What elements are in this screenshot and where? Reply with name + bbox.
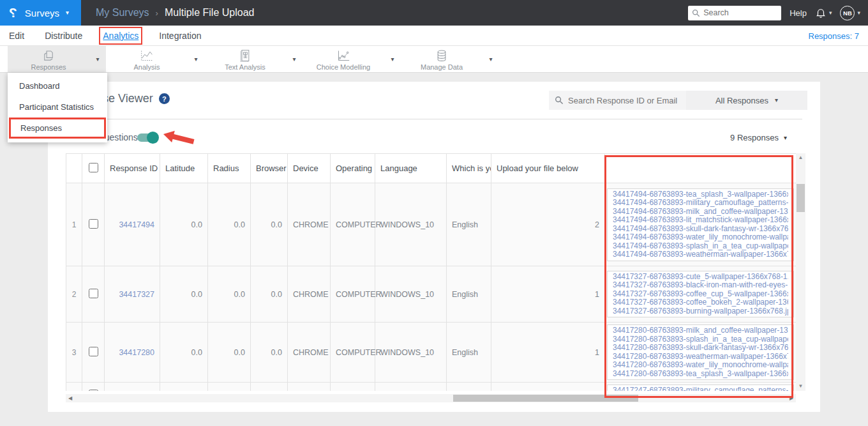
- vertical-scrollbar[interactable]: ▲ ▼: [796, 153, 805, 391]
- toolbar-tab-choice-modelling[interactable]: Choice Modelling▾: [303, 46, 401, 72]
- uploaded-file-link[interactable]: 34417280-68763893-tea_splash_3-wallpaper…: [613, 370, 788, 379]
- uploaded-file-link[interactable]: 34417280-68763893-skull-dark-fantasy-wr-…: [613, 344, 788, 353]
- scroll-down-icon[interactable]: ▼: [796, 382, 805, 391]
- horizontal-scroll-thumb[interactable]: [453, 395, 638, 402]
- select-all-checkbox[interactable]: [89, 163, 98, 172]
- nav-item-edit[interactable]: Edit: [9, 31, 24, 41]
- chevron-down-icon[interactable]: ▾: [286, 56, 303, 63]
- longitude-cell: [160, 383, 208, 392]
- scroll-right-icon[interactable]: ▶: [787, 394, 796, 402]
- row-checkbox[interactable]: [89, 289, 98, 298]
- toolbar-tab-manage-data[interactable]: Manage Data▾: [401, 46, 499, 72]
- menu-item-dashboard[interactable]: Dashboard: [8, 75, 107, 96]
- column-header[interactable]: Which is your favourite comics?: [447, 154, 491, 183]
- chevron-down-icon[interactable]: ▾: [89, 56, 106, 63]
- uploaded-file-link[interactable]: 34417327-68763893-burning-wallpaper-1366…: [613, 307, 788, 316]
- row-number: 2: [66, 266, 82, 323]
- column-header[interactable]: Device: [288, 154, 331, 183]
- browser-cell: [288, 383, 331, 392]
- column-header[interactable]: Latitude: [160, 154, 208, 183]
- uploaded-file-link[interactable]: 34417280-68763893-water_lily_monochrome-…: [613, 361, 788, 370]
- toolbar-tab-analysis[interactable]: Analysis▾: [106, 46, 204, 72]
- uploaded-file-link[interactable]: 34417280-68763893-splash_in_a_tea_cup-wa…: [613, 335, 788, 344]
- column-header[interactable]: Upload your file below: [491, 154, 605, 183]
- nav-item-analytics[interactable]: Analytics: [103, 31, 138, 41]
- uploaded-file-link[interactable]: 34417494-68763893-splash_in_a_tea_cup-wa…: [613, 242, 788, 251]
- column-header[interactable]: Response IDLongitude: [105, 154, 160, 183]
- operating-system-cell: [375, 383, 447, 392]
- uploaded-file-link[interactable]: 34417494-68763893-water_lily_monochrome-…: [613, 233, 788, 242]
- vertical-scroll-thumb[interactable]: [797, 184, 805, 212]
- toolbar-tab-label: Text Analysis: [225, 63, 266, 71]
- row-checkbox[interactable]: [89, 219, 98, 229]
- chevron-down-icon[interactable]: ▾: [483, 56, 499, 63]
- uploaded-file-link[interactable]: 34417280-68763893-weatherman-wallpaper-1…: [613, 353, 788, 361]
- column-header[interactable]: Operating System: [331, 154, 375, 183]
- uploaded-file-link[interactable]: 34417280-68763893-milk_and_coffee-wallpa…: [613, 326, 788, 335]
- response-id-cell: 34417327: [105, 266, 160, 323]
- file-list: 34417494-68763893-tea_splash_3-wallpaper…: [607, 188, 794, 261]
- breadcrumb-my-surveys[interactable]: My Surveys: [96, 7, 149, 19]
- chevron-down-icon[interactable]: ▾: [188, 56, 204, 63]
- nav-item-distribute[interactable]: Distribute: [45, 31, 82, 41]
- column-header[interactable]: [605, 154, 797, 183]
- choice-modelling-icon: [336, 49, 350, 62]
- chevron-down-icon[interactable]: ▾: [384, 56, 401, 63]
- scroll-left-icon[interactable]: ◀: [66, 394, 75, 402]
- breadcrumb-separator-icon: ›: [156, 8, 158, 18]
- uploaded-files-cell: 34417327-68763893-cute_5-wallpaper-1366x…: [605, 266, 797, 323]
- response-id-link[interactable]: 34417280: [119, 348, 154, 357]
- responses-icon: [42, 49, 55, 62]
- table-row: 1344174940.00.00.0CHROMECOMPUTERWINDOWS_…: [66, 183, 797, 266]
- column-header[interactable]: Language: [375, 154, 447, 183]
- search-icon: [692, 9, 700, 17]
- chevron-down-icon: ▾: [784, 135, 787, 141]
- response-filter-dropdown[interactable]: All Responses ▾: [686, 91, 807, 110]
- display-questions-toggle[interactable]: [137, 133, 158, 142]
- toolbar-tab-text-analysis[interactable]: Text Analysis▾: [204, 46, 303, 72]
- help-icon[interactable]: ?: [159, 93, 170, 104]
- uploaded-file-link[interactable]: 34417494-68763893-weatherman-wallpaper-1…: [613, 250, 788, 259]
- product-switcher[interactable]: ? Surveys ▾: [0, 0, 81, 26]
- uploaded-file-link[interactable]: 34417327-68763893-black-iron-man-with-re…: [613, 281, 788, 290]
- response-search-input[interactable]: [549, 91, 686, 110]
- menu-item-responses[interactable]: Responses: [9, 118, 106, 139]
- uploaded-file-link[interactable]: 34417327-68763893-coffee_bokeh_2-wallpap…: [613, 298, 788, 307]
- responses-count[interactable]: Responses: 7: [809, 26, 860, 46]
- uploaded-file-link[interactable]: 34417494-68763893-military_camouflage_pa…: [613, 199, 788, 208]
- row-checkbox[interactable]: [89, 390, 98, 392]
- toolbar-tab-responses[interactable]: Responses▾: [8, 46, 106, 72]
- row-number: 3: [66, 323, 82, 383]
- menu-item-participant-statistics[interactable]: Participant Statistics: [8, 96, 107, 118]
- uploaded-file-link[interactable]: 34417327-68763893-coffee_cup_5-wallpaper…: [613, 290, 788, 299]
- row-checkbox[interactable]: [89, 347, 98, 356]
- search-icon: [555, 96, 564, 105]
- column-header[interactable]: Radius: [208, 154, 251, 183]
- longitude-cell: 0.0: [160, 183, 208, 266]
- nav-item-integration[interactable]: Integration: [159, 31, 201, 41]
- device-cell: COMPUTER: [331, 183, 375, 266]
- longitude-cell: 0.0: [160, 266, 208, 323]
- response-viewer-panel: Response Viewer ? All Responses ▾ Displa…: [48, 82, 820, 412]
- row-select-cell: [82, 266, 105, 323]
- response-id-link[interactable]: 34417494: [119, 220, 154, 229]
- column-header[interactable]: Browser: [251, 154, 288, 183]
- uploaded-file-link[interactable]: 34417494-68763893-skull-dark-fantasy-wr-…: [613, 225, 788, 234]
- global-search-input[interactable]: [688, 6, 781, 20]
- notifications-button[interactable]: ▾: [815, 7, 832, 19]
- uploaded-file-link[interactable]: 34417494-68763893-tea_splash_3-wallpaper…: [613, 190, 788, 199]
- horizontal-scrollbar[interactable]: ◀ ▶: [66, 394, 796, 402]
- help-link[interactable]: Help: [789, 8, 807, 18]
- account-menu[interactable]: NB ▾: [840, 6, 860, 20]
- responses-count-label: 9 Responses: [730, 133, 779, 142]
- row-select-cell: [82, 323, 105, 383]
- uploaded-file-link[interactable]: 34417247-68763893-military_camouflage_pa…: [613, 386, 788, 391]
- scroll-up-icon[interactable]: ▲: [796, 153, 805, 162]
- toolbar-tab-label: Analysis: [134, 63, 160, 71]
- uploaded-file-link[interactable]: 34417494-68763893-milk_and_coffee-wallpa…: [613, 208, 788, 217]
- uploaded-file-link[interactable]: 34417327-68763893-cute_5-wallpaper-1366x…: [613, 273, 788, 282]
- row-number: 1: [66, 183, 82, 266]
- responses-count-dropdown[interactable]: 9 Responses ▾: [730, 133, 787, 142]
- response-id-link[interactable]: 34417327: [119, 290, 154, 299]
- uploaded-file-link[interactable]: 34417494-68763893-lit_matchstick-wallpap…: [613, 216, 788, 225]
